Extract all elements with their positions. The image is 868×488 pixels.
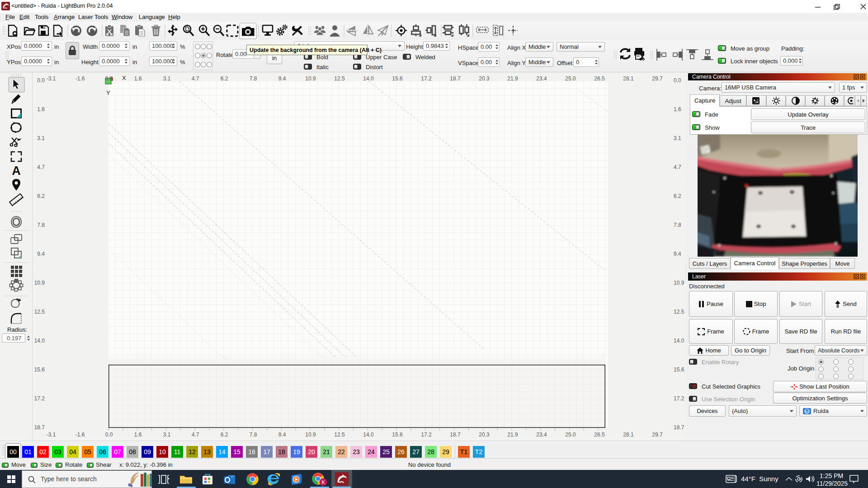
- svg-text:12.5: 12.5: [334, 432, 345, 438]
- svg-text:18.7: 18.7: [450, 75, 461, 82]
- svg-text:1.6: 1.6: [674, 106, 681, 113]
- svg-text:9.4: 9.4: [278, 75, 286, 82]
- svg-text:25.0: 25.0: [565, 75, 576, 82]
- svg-text:6.2: 6.2: [221, 75, 228, 82]
- svg-text:A: A: [12, 164, 21, 178]
- svg-text:6.2: 6.2: [674, 193, 681, 199]
- svg-text:12.5: 12.5: [674, 309, 684, 315]
- svg-text:10.9: 10.9: [305, 432, 316, 438]
- svg-text:21.9: 21.9: [507, 75, 518, 82]
- svg-text:20.3: 20.3: [479, 432, 490, 438]
- svg-text:4.7: 4.7: [192, 75, 199, 82]
- svg-text:4.7: 4.7: [37, 164, 45, 170]
- svg-text:4.7: 4.7: [192, 432, 199, 438]
- svg-text:0.0: 0.0: [674, 77, 681, 84]
- svg-text:0.0: 0.0: [105, 432, 113, 438]
- svg-text:-3.1: -3.1: [47, 75, 56, 82]
- svg-text:X: X: [122, 75, 126, 81]
- svg-text:29.7: 29.7: [652, 432, 663, 438]
- svg-text:7.8: 7.8: [674, 222, 681, 228]
- svg-text:15.6: 15.6: [392, 75, 403, 82]
- svg-text:28.1: 28.1: [623, 75, 634, 82]
- svg-text:K: K: [322, 480, 325, 485]
- svg-text:9.4: 9.4: [278, 432, 286, 438]
- svg-text:17.2: 17.2: [421, 432, 432, 438]
- svg-text:29.7: 29.7: [652, 75, 663, 82]
- svg-text:12.5: 12.5: [334, 75, 345, 82]
- svg-text:14.0: 14.0: [363, 75, 374, 82]
- svg-text:18.7: 18.7: [674, 424, 684, 431]
- svg-text:18.7: 18.7: [34, 424, 45, 431]
- svg-text:3.1: 3.1: [674, 135, 681, 141]
- svg-text:1.6: 1.6: [134, 75, 142, 82]
- svg-text:-1.6: -1.6: [75, 432, 85, 438]
- svg-text:7.8: 7.8: [250, 432, 257, 438]
- svg-text:26.5: 26.5: [594, 75, 605, 82]
- svg-text:6.2: 6.2: [221, 432, 228, 438]
- svg-text:9.4: 9.4: [37, 251, 45, 257]
- svg-text:Radius:: Radius:: [7, 326, 27, 333]
- svg-text:21.9: 21.9: [507, 432, 518, 438]
- svg-text:10.9: 10.9: [34, 280, 45, 286]
- svg-text:17.2: 17.2: [421, 75, 432, 82]
- svg-text:3.1: 3.1: [163, 75, 171, 82]
- svg-text:1.6: 1.6: [37, 106, 45, 113]
- svg-text:18.7: 18.7: [450, 432, 461, 438]
- svg-text:28.1: 28.1: [623, 432, 634, 438]
- svg-text:17.2: 17.2: [674, 395, 684, 402]
- svg-text:9.4: 9.4: [674, 251, 681, 257]
- svg-text:15.6: 15.6: [34, 366, 45, 373]
- svg-text:26.5: 26.5: [594, 432, 605, 438]
- svg-text:0.0: 0.0: [105, 75, 113, 82]
- svg-text:20.3: 20.3: [479, 75, 490, 82]
- svg-text:25.0: 25.0: [565, 432, 576, 438]
- svg-text:-1.6: -1.6: [75, 75, 85, 82]
- svg-text:14.0: 14.0: [674, 338, 684, 344]
- svg-text:10.9: 10.9: [674, 280, 684, 286]
- svg-text:17.2: 17.2: [34, 395, 45, 402]
- svg-text:3.1: 3.1: [163, 432, 171, 438]
- svg-text:RD: RD: [805, 410, 809, 413]
- svg-text:10.9: 10.9: [305, 75, 316, 82]
- svg-text:3.1: 3.1: [37, 135, 45, 141]
- svg-text:14.0: 14.0: [363, 432, 374, 438]
- svg-text:14.0: 14.0: [34, 338, 45, 344]
- svg-text:23.4: 23.4: [536, 432, 547, 438]
- svg-text:4.7: 4.7: [674, 164, 681, 170]
- svg-text:23.4: 23.4: [536, 75, 547, 82]
- svg-text:12.5: 12.5: [34, 309, 45, 315]
- svg-text:7.8: 7.8: [37, 222, 45, 228]
- svg-text:15.6: 15.6: [674, 366, 684, 373]
- svg-text:Y: Y: [106, 89, 110, 96]
- svg-text:6.2: 6.2: [37, 193, 45, 199]
- svg-text:7.8: 7.8: [250, 75, 257, 82]
- svg-text:-3.1: -3.1: [47, 432, 56, 438]
- svg-text:15.6: 15.6: [392, 432, 403, 438]
- svg-text:1.6: 1.6: [134, 432, 142, 438]
- svg-text:0.0: 0.0: [37, 77, 45, 84]
